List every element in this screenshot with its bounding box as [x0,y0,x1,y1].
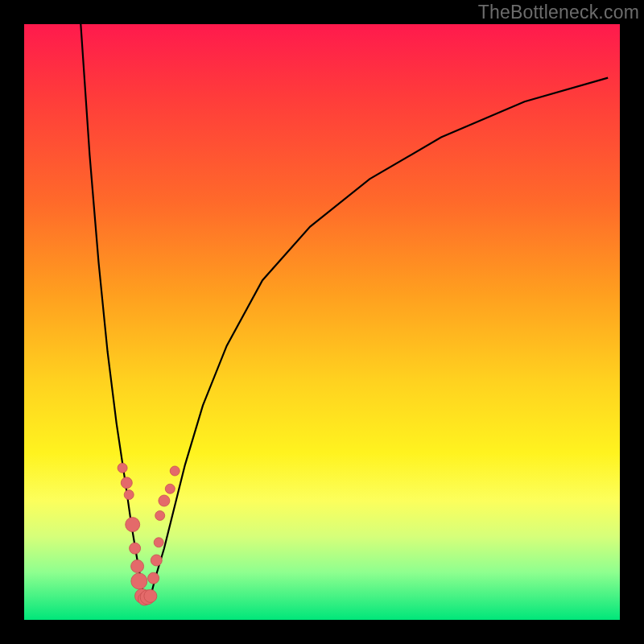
plot-area [24,24,620,620]
marker-dot [151,555,162,566]
marker-dot [131,559,144,572]
marker-dots-group [118,463,180,605]
watermark-text: TheBottleneck.com [478,2,639,23]
bottleneck-curve-svg [24,24,620,620]
chart-frame: TheBottleneck.com [0,0,644,644]
marker-dot [155,511,165,521]
marker-dot [148,572,159,584]
marker-dot [154,538,163,547]
marker-dot [131,573,147,589]
marker-dot [144,589,157,602]
marker-dot [121,477,132,489]
marker-dot [130,543,141,554]
marker-dot [124,490,134,500]
marker-dot [165,484,175,493]
marker-dot [118,463,127,473]
curve-right-branch [149,78,608,602]
marker-dot [170,466,180,476]
curve-left-branch [80,24,145,602]
marker-dot [159,495,170,506]
marker-dot [126,518,140,532]
